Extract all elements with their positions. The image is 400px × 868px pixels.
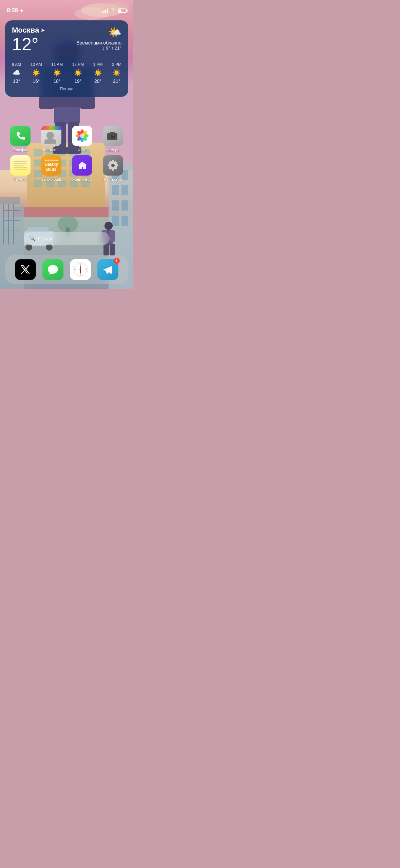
- weather-hour-1: 9 AM ☁️ 13°: [12, 62, 21, 84]
- svg-point-90: [81, 163, 83, 165]
- app-label-notes: Заметки: [13, 177, 27, 181]
- signal-bar-2: [103, 11, 104, 13]
- app-icon-camera: [103, 126, 123, 146]
- wifi-icon: [110, 8, 116, 14]
- dock-icon-messages: [42, 259, 63, 280]
- svg-point-91: [111, 164, 115, 167]
- location-arrow-icon: ➤: [41, 28, 45, 33]
- app-icon-galaxy: SAMSUNG Galaxy Buds: [41, 155, 61, 176]
- app-label-phone: Телефон: [13, 148, 28, 152]
- svg-point-92: [48, 265, 58, 274]
- search-icon: 🔍: [29, 235, 36, 242]
- weather-hour-2: 10 AM ☀️ 16°: [31, 62, 42, 84]
- dock-icon-safari: [70, 259, 91, 280]
- app-label-settings: Настройки: [104, 177, 122, 181]
- status-bar: 8:28 ★: [0, 0, 133, 17]
- weather-city: Москва ➤: [12, 26, 45, 35]
- app-camera[interactable]: Камера: [99, 126, 127, 152]
- weather-widget-label: Погода: [12, 87, 121, 91]
- search-label: Поиск: [38, 236, 52, 241]
- dock: 1: [5, 255, 128, 284]
- dock-item-safari[interactable]: [70, 259, 91, 280]
- app-label-contacts: Контакты: [43, 148, 59, 152]
- app-icon-settings: [103, 155, 123, 176]
- weather-widget[interactable]: Москва ➤ 12° 🌤️ Временами облачно ↓ 9° ↑…: [5, 20, 128, 97]
- dock-item-x[interactable]: [15, 259, 36, 280]
- status-right: [102, 8, 127, 14]
- weather-hour-3: 11 AM ☀️ 18°: [51, 62, 63, 84]
- dock-item-messages[interactable]: [42, 259, 63, 280]
- signal-bars: [102, 8, 108, 13]
- app-label-camera: Камера: [106, 148, 119, 152]
- battery-icon: [118, 8, 127, 13]
- status-left: 8:28 ★: [7, 7, 24, 14]
- signal-bar-3: [105, 10, 106, 13]
- status-time: 8:28: [7, 7, 18, 14]
- weather-hour-4: 12 PM ☀️ 19°: [72, 62, 84, 84]
- app-grid: Телефон Контакты: [5, 126, 128, 185]
- app-icon-contacts: [41, 126, 61, 146]
- weather-minmax: ↓ 9° ↑ 21°: [76, 46, 121, 51]
- signal-bar-1: [102, 12, 103, 13]
- app-label-galaxy: Galaxy Buds: [41, 177, 62, 181]
- dock-item-telegram[interactable]: 1: [97, 259, 118, 280]
- search-bar[interactable]: 🔍 Поиск: [24, 232, 110, 245]
- search-input[interactable]: 🔍 Поиск: [24, 232, 110, 245]
- app-icon-phone: [10, 126, 31, 146]
- app-photos[interactable]: Фото: [69, 126, 96, 152]
- signal-bar-4: [107, 8, 108, 13]
- app-notes[interactable]: Заметки: [7, 155, 34, 181]
- app-label-smarthome: Умный Дом: [72, 177, 92, 181]
- app-icon-photos: [72, 126, 92, 146]
- app-icon-smarthome: [72, 155, 92, 176]
- app-label-photos: Фото: [78, 148, 86, 152]
- weather-condition: Временами облачно: [76, 40, 121, 46]
- app-settings[interactable]: Настройки: [99, 155, 127, 181]
- weather-hourly: 9 AM ☁️ 13° 10 AM ☀️ 16° 11 AM ☀️ 18° 12…: [12, 58, 121, 84]
- app-galaxy-buds[interactable]: SAMSUNG Galaxy Buds Galaxy Buds: [38, 155, 65, 181]
- app-contacts[interactable]: Контакты: [38, 126, 65, 152]
- star-icon: ★: [20, 8, 24, 13]
- svg-point-89: [113, 135, 114, 136]
- app-row-1: Телефон Контакты: [5, 126, 128, 152]
- weather-hour-5: 1 PM ☀️ 20°: [93, 62, 103, 84]
- weather-hour-6: 2 PM ☀️ 21°: [112, 62, 121, 84]
- svg-point-85: [80, 133, 84, 138]
- telegram-badge: 1: [114, 258, 120, 264]
- weather-temp: 12°: [12, 35, 45, 53]
- dock-icon-x: [15, 259, 36, 280]
- app-smarthome[interactable]: Умный Дом: [69, 155, 96, 181]
- app-phone[interactable]: Телефон: [7, 126, 34, 152]
- app-icon-notes: [10, 155, 31, 176]
- weather-main-icon: 🌤️: [76, 26, 121, 39]
- svg-point-102: [80, 269, 81, 270]
- app-row-2: Заметки SAMSUNG Galaxy Buds Galaxy Buds: [5, 155, 128, 181]
